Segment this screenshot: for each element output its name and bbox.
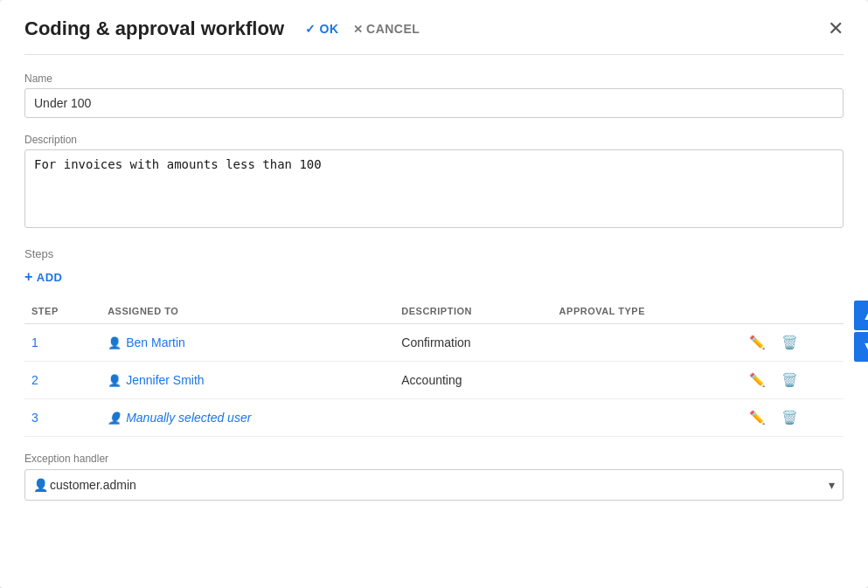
assigned-name: Manually selected user	[126, 411, 251, 425]
action-cell: ✏️ 🗑️	[739, 399, 844, 437]
col-assigned-to: ASSIGNED TO	[101, 301, 394, 324]
cancel-button[interactable]: CANCEL	[353, 22, 420, 36]
assigned-name: Jennifer Smith	[126, 373, 204, 387]
description-cell	[394, 399, 552, 437]
person-icon: 👤	[108, 412, 122, 425]
step-number: 2	[24, 362, 101, 399]
close-button[interactable]: ✕	[828, 19, 844, 38]
steps-table-wrapper: STEP ASSIGNED TO DESCRIPTION APPROVAL TY…	[24, 301, 844, 437]
modal-title: Coding & approval workflow	[24, 17, 284, 40]
edit-step-button[interactable]: ✏️	[746, 333, 769, 352]
name-input[interactable]	[24, 88, 844, 118]
assigned-name: Ben Martin	[126, 336, 185, 349]
table-header-row: STEP ASSIGNED TO DESCRIPTION APPROVAL TY…	[24, 301, 844, 324]
steps-label: Steps	[24, 247, 844, 260]
ok-button[interactable]: OK	[305, 22, 339, 36]
approval-type-cell	[552, 399, 739, 437]
add-step-button[interactable]: ADD	[24, 269, 63, 285]
description-cell: Confirmation	[394, 324, 552, 362]
edit-step-button[interactable]: ✏️	[746, 370, 769, 390]
scroll-buttons: ▲ ▼	[854, 301, 868, 362]
action-cell: ✏️ 🗑️	[739, 362, 844, 399]
steps-section: Steps ADD STEP ASSIGNED TO DESCRIPTION A…	[24, 247, 844, 437]
description-cell: Accounting	[394, 362, 552, 399]
delete-step-button[interactable]: 🗑️	[778, 370, 802, 390]
edit-step-button[interactable]: ✏️	[746, 408, 769, 427]
approval-type-cell	[552, 324, 739, 362]
scroll-up-button[interactable]: ▲	[854, 301, 868, 330]
col-step: STEP	[24, 301, 101, 324]
delete-step-button[interactable]: 🗑️	[778, 333, 802, 352]
table-row: 1 👤 Ben Martin Confirmation ✏️	[24, 324, 844, 362]
modal-header: Coding & approval workflow OK CANCEL ✕	[24, 17, 844, 55]
description-field-group: Description For invoices with amounts le…	[24, 134, 844, 232]
header-actions: OK CANCEL	[305, 22, 420, 36]
exception-select-wrapper: 👤 customer.admin admin manager ▾	[24, 469, 844, 501]
table-row: 2 👤 Jennifer Smith Accounting ✏️	[24, 362, 844, 399]
description-label: Description	[24, 134, 844, 146]
approval-type-cell	[552, 362, 739, 399]
col-actions	[739, 301, 844, 324]
assigned-to-cell: 👤 Jennifer Smith	[101, 362, 394, 399]
table-row: 3 👤 Manually selected user ✏️	[24, 399, 844, 437]
scroll-down-button[interactable]: ▼	[854, 332, 868, 362]
exception-select[interactable]: customer.admin admin manager	[24, 469, 844, 501]
step-number: 1	[24, 324, 101, 362]
assigned-to-cell: 👤 Manually selected user	[101, 399, 394, 437]
name-field-group: Name	[24, 73, 844, 118]
modal-container: Coding & approval workflow OK CANCEL ✕ N…	[0, 0, 868, 588]
step-number: 3	[24, 399, 101, 437]
col-description: DESCRIPTION	[394, 301, 552, 324]
delete-step-button[interactable]: 🗑️	[778, 408, 802, 427]
person-icon: 👤	[108, 374, 122, 387]
person-icon: 👤	[108, 336, 122, 349]
description-textarea[interactable]: For invoices with amounts less than 100	[24, 149, 844, 228]
exception-section: Exception handler 👤 customer.admin admin…	[24, 453, 844, 501]
col-approval-type: APPROVAL TYPE	[552, 301, 739, 324]
steps-table: STEP ASSIGNED TO DESCRIPTION APPROVAL TY…	[24, 301, 844, 437]
name-label: Name	[24, 73, 844, 85]
action-cell: ✏️ 🗑️	[739, 324, 844, 362]
assigned-to-cell: 👤 Ben Martin	[101, 324, 394, 362]
exception-label: Exception handler	[24, 453, 844, 465]
